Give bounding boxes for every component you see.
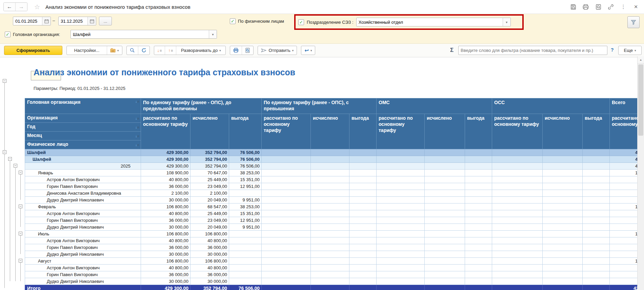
data-cell[interactable]	[311, 271, 349, 278]
print-preview-icon[interactable]	[595, 3, 602, 10]
data-cell[interactable]: 9 951,00	[229, 224, 262, 231]
data-cell[interactable]	[262, 217, 311, 224]
data-cell[interactable]	[583, 197, 610, 204]
data-cell[interactable]	[543, 231, 583, 237]
sub-column-header[interactable]: рассчитано по основному тарифу	[141, 114, 190, 149]
link-icon[interactable]	[607, 3, 614, 10]
save-icon[interactable]	[570, 3, 577, 10]
total-cell[interactable]	[492, 285, 543, 290]
head-org-combobox[interactable]: ▾	[71, 30, 217, 39]
data-cell[interactable]	[262, 258, 311, 265]
data-cell[interactable]	[425, 170, 465, 176]
settings-button[interactable]: Настройки...	[67, 46, 107, 55]
sub-column-header[interactable]: выгода	[465, 114, 492, 149]
data-cell[interactable]	[262, 224, 311, 231]
forward-button[interactable]: →	[15, 3, 27, 11]
row-label[interactable]: Астров Антон Викторович	[25, 210, 141, 217]
data-cell[interactable]	[311, 183, 349, 190]
row-label[interactable]: Январь	[25, 170, 141, 176]
data-cell[interactable]	[229, 231, 262, 237]
data-cell[interactable]	[543, 265, 583, 271]
row-label[interactable]: Денисова Анастасия Владимировна	[25, 190, 141, 197]
data-cell[interactable]	[311, 258, 349, 265]
sez-division-input[interactable]	[357, 20, 503, 25]
data-cell[interactable]: 36 000,00	[141, 271, 190, 278]
data-cell[interactable]	[311, 156, 349, 163]
data-cell[interactable]: 108 900,00	[141, 170, 190, 176]
data-cell[interactable]	[492, 251, 543, 258]
collapse-marker[interactable]: −	[3, 79, 6, 83]
data-cell[interactable]	[583, 231, 610, 237]
period-to-input[interactable]	[59, 19, 87, 24]
data-cell[interactable]	[465, 156, 492, 163]
find-button[interactable]	[127, 46, 138, 55]
data-cell[interactable]	[262, 231, 311, 237]
data-cell[interactable]: 40 800,00	[610, 210, 637, 217]
data-cell[interactable]: 30 000,00	[610, 278, 637, 285]
sort-icon[interactable]: ↓≡	[135, 124, 139, 131]
sort-icon[interactable]: ↓≡	[135, 142, 139, 148]
data-cell[interactable]	[492, 156, 543, 163]
data-cell[interactable]	[543, 271, 583, 278]
data-cell[interactable]	[377, 231, 425, 237]
column-group-header[interactable]: Всего	[610, 98, 637, 114]
column-group-header[interactable]: ОМС	[377, 98, 492, 114]
data-cell[interactable]	[543, 251, 583, 258]
total-cell[interactable]	[583, 285, 610, 290]
sub-column-header[interactable]: рассчитано по основному тарифу	[492, 114, 543, 149]
data-cell[interactable]: 68 547,00	[190, 204, 229, 210]
data-cell[interactable]	[492, 170, 543, 176]
total-cell[interactable]	[425, 285, 465, 290]
data-cell[interactable]	[229, 251, 262, 258]
sub-column-header[interactable]: исчислено	[543, 114, 583, 149]
data-cell[interactable]	[425, 217, 465, 224]
data-cell[interactable]: 36 000,00	[190, 271, 229, 278]
period-to-field[interactable]	[58, 17, 96, 25]
data-cell[interactable]	[349, 170, 377, 176]
sub-column-header[interactable]: рассчитано по основному тарифу	[262, 114, 311, 149]
data-cell[interactable]	[492, 204, 543, 210]
data-cell[interactable]: 106 800,00	[190, 258, 229, 265]
row-label[interactable]: Дудко Дмитрий Николаевич	[25, 251, 141, 258]
row-label[interactable]: Шалфей	[25, 156, 141, 163]
data-cell[interactable]: 20 049,00	[190, 197, 229, 204]
data-cell[interactable]: 12 951,00	[229, 217, 262, 224]
data-cell[interactable]	[492, 278, 543, 285]
data-cell[interactable]	[583, 183, 610, 190]
data-cell[interactable]: 25 449,00	[190, 210, 229, 217]
row-label[interactable]: Дудко Дмитрий Николаевич	[25, 224, 141, 231]
data-cell[interactable]	[543, 210, 583, 217]
sort-icon[interactable]: ↓≡	[135, 133, 139, 139]
data-cell[interactable]	[262, 176, 311, 183]
close-icon[interactable]: ×	[632, 3, 639, 10]
data-cell[interactable]	[349, 190, 377, 197]
data-cell[interactable]: 2 100,00	[190, 190, 229, 197]
expand-all-button[interactable]: ↑≡	[165, 46, 176, 55]
total-cell[interactable]: 76 506,00	[229, 285, 262, 290]
row-label[interactable]: Астров Антон Викторович	[25, 265, 141, 271]
collapse-marker[interactable]: −	[8, 157, 12, 161]
total-cell[interactable]	[311, 285, 349, 290]
data-cell[interactable]	[349, 156, 377, 163]
data-cell[interactable]: 36 000,00	[610, 183, 637, 190]
data-cell[interactable]	[492, 190, 543, 197]
data-cell[interactable]	[425, 251, 465, 258]
data-cell[interactable]: 108 900,00	[610, 170, 637, 176]
data-cell[interactable]	[349, 244, 377, 251]
data-cell[interactable]	[425, 163, 465, 170]
collapse-marker[interactable]: −	[19, 259, 22, 263]
data-cell[interactable]: 352 794,00	[190, 163, 229, 170]
data-cell[interactable]	[229, 190, 262, 197]
data-cell[interactable]	[543, 156, 583, 163]
data-cell[interactable]	[543, 163, 583, 170]
data-cell[interactable]	[492, 217, 543, 224]
data-cell[interactable]	[349, 271, 377, 278]
data-cell[interactable]	[583, 210, 610, 217]
data-cell[interactable]: 25 449,00	[190, 176, 229, 183]
data-cell[interactable]	[349, 197, 377, 204]
data-cell[interactable]: 40 800,00	[141, 176, 190, 183]
total-cell[interactable]	[377, 285, 425, 290]
column-header-4[interactable]: Физическое лицо↓≡	[25, 140, 141, 149]
data-cell[interactable]	[377, 224, 425, 231]
data-cell[interactable]: 429 300,00	[141, 156, 190, 163]
